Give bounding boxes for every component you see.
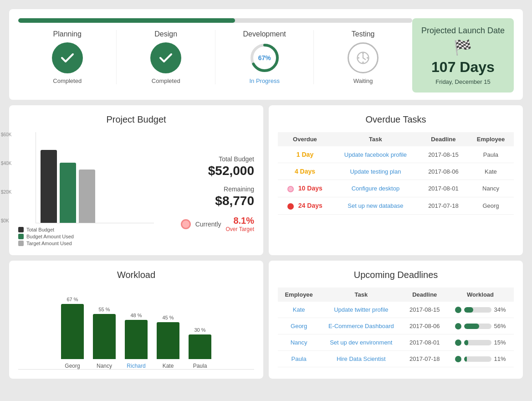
total-value: $52,000 (163, 164, 254, 178)
legend-dot-target (18, 241, 24, 246)
checkmark-icon-design (158, 50, 174, 66)
phases-section: Planning Completed Design (18, 18, 412, 93)
workload-title: Workload (18, 270, 254, 280)
task-3: Configure desktop (332, 180, 419, 197)
remaining-value: $8,770 (163, 194, 254, 208)
th-task-up: Task (320, 288, 402, 302)
wl-fill-4 (464, 356, 467, 362)
overdue-tbody: 1 Day Update facebook profile 2017-08-15… (278, 146, 514, 214)
wl-pct-4: 11% (494, 355, 506, 362)
upcoming-tbody: Kate Update twitter profile 2017-08-15 3… (278, 302, 514, 367)
up-emp-1: Kate (278, 302, 320, 318)
phase-design-title: Design (154, 30, 177, 38)
upcoming-title: Upcoming Deadlines (278, 270, 514, 280)
task-1: Update facebook profile (332, 146, 419, 163)
currently-dot (181, 219, 191, 229)
richard-pct: 48 % (130, 313, 142, 318)
overdue-days-3: 10 Days (278, 180, 332, 197)
employee-1: Paula (468, 146, 514, 163)
budget-content: $60K $40K $20K $0K (18, 132, 254, 246)
waiting-circle-testing (348, 42, 379, 73)
up-wl-2: 56% (447, 318, 514, 334)
wl-dot-3 (455, 339, 461, 346)
projected-launch-date: Friday, December 15 (435, 78, 490, 85)
phase-testing-status: Waiting (353, 77, 373, 84)
progress-circle-dev: 67% (249, 42, 281, 74)
table-row: Nancy Set up dev environment 2017-08-01 … (278, 334, 514, 351)
employee-2: Kate (468, 163, 514, 180)
employee-4: Georg (468, 197, 514, 214)
phase-design: Design Completed (117, 30, 215, 84)
phase-dev-status: In Progress (249, 77, 279, 84)
projected-launch-title: Projected Launch Date (421, 26, 505, 36)
overdue-days-2: 4 Days (278, 163, 332, 180)
dot-red-icon (287, 203, 294, 210)
currently-value: 8.1% Over Target (226, 216, 254, 232)
th-task: Task (332, 132, 419, 146)
budget-title: Project Budget (18, 114, 254, 125)
overdue-thead: Overdue Task Deadline Employee (278, 132, 514, 146)
up-task-1: Update twitter profile (320, 302, 402, 318)
up-wl-1: 34% (447, 302, 514, 318)
up-wl-4: 11% (447, 351, 514, 367)
deadline-2: 2017-08-06 (419, 163, 468, 180)
y-label-20k: $20K (1, 190, 11, 195)
wl-fill-3 (464, 340, 468, 345)
phase-development: Development 67% In Progress (215, 30, 314, 84)
wl-pct-1: 34% (494, 306, 506, 313)
overdue-title: Overdue Tasks (278, 114, 514, 125)
phase-dev-title: Development (243, 30, 286, 38)
paula-pct: 30 % (194, 327, 205, 333)
task-4: Set up new database (332, 197, 419, 214)
projected-launch-days: 107 Days (431, 59, 495, 76)
dashboard: Planning Completed Design (9, 9, 523, 379)
budget-bar-chart (36, 132, 154, 223)
checkmark-icon (59, 50, 76, 66)
y-label-60k: $60K (1, 132, 11, 137)
svg-point-6 (362, 62, 364, 63)
legend-label-budget: Budget Amount Used (26, 234, 74, 239)
phase-testing-icon-wrap (347, 42, 379, 74)
nancy-pct: 55 % (98, 307, 110, 312)
upcoming-table: Employee Task Deadline Workload Kate Upd… (278, 288, 514, 367)
wl-pct-3: 15% (494, 339, 506, 346)
overdue-header-row: Overdue Task Deadline Employee (278, 132, 514, 146)
kate-name: Kate (163, 363, 174, 369)
up-emp-4: Paula (278, 351, 320, 367)
table-row: 4 Days Update testing plan 2017-08-06 Ka… (278, 163, 514, 180)
currently-label: Currently (195, 221, 221, 228)
th-workload-up: Workload (447, 288, 514, 302)
wl-dot-4 (455, 356, 461, 362)
th-emp: Employee (278, 288, 320, 302)
wl-track-3 (464, 340, 491, 345)
workload-bar-kate: 45 % Kate (157, 315, 179, 369)
dot-pink-icon (287, 186, 294, 192)
phases-list: Planning Completed Design (18, 30, 412, 84)
bar-paula (189, 334, 211, 359)
bar-target-used (79, 170, 95, 223)
phase-planning-status: Completed (53, 77, 82, 84)
table-row: 1 Day Update facebook profile 2017-08-15… (278, 146, 514, 163)
deadline-1: 2017-08-15 (419, 146, 468, 163)
legend-dot-total (18, 227, 24, 232)
up-emp-2: Georg (278, 318, 320, 334)
employee-3: Nancy (468, 180, 514, 197)
wl-track-1 (464, 307, 491, 313)
legend-label-total: Total Budget (26, 227, 54, 232)
wl-pct-2: 56% (494, 323, 506, 329)
svg-point-7 (358, 57, 360, 59)
bar-kate (157, 322, 179, 359)
georg-pct: 67 % (66, 297, 78, 302)
legend-item-total: Total Budget (18, 227, 154, 232)
wl-container-3: 15% (452, 339, 508, 346)
upcoming-card: Upcoming Deadlines Employee Task Deadlin… (269, 261, 523, 379)
remaining-label: Remaining (163, 185, 254, 193)
budget-chart-area: $60K $40K $20K $0K (18, 132, 154, 246)
upcoming-header-row: Employee Task Deadline Workload (278, 288, 514, 302)
deadline-3: 2017-08-01 (419, 180, 468, 197)
bar-georg (61, 304, 84, 359)
over-label: Over Target (226, 226, 254, 232)
svg-line-4 (363, 58, 365, 60)
th-deadline-up: Deadline (402, 288, 447, 302)
georg-name: Georg (65, 363, 80, 369)
